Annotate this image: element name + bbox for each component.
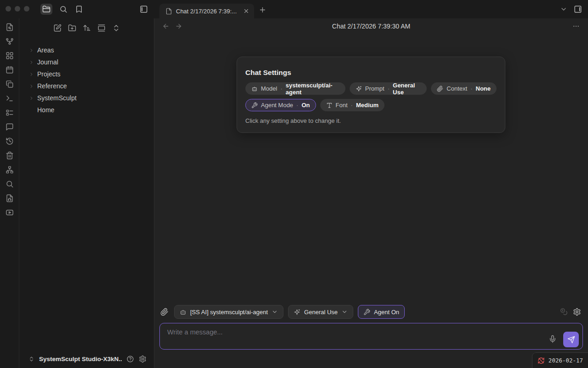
tab-close-button[interactable] <box>243 8 249 14</box>
files-button[interactable] <box>40 4 52 15</box>
model-selector-value: [SS AI] systemsculpt/ai-agent <box>190 309 268 316</box>
model-setting-pill[interactable]: Model · systemsculpt/ai-agent <box>245 82 345 95</box>
tree-file-home[interactable]: Home <box>19 104 154 116</box>
explorer-toolbar <box>19 18 154 38</box>
terminal-icon[interactable] <box>6 94 14 103</box>
chat-settings-card: Chat Settings Model · systemsculpt/ai-ag… <box>237 57 505 133</box>
minimize-window-button[interactable] <box>15 6 20 12</box>
send-icon <box>567 336 575 344</box>
vault-name[interactable]: SystemSculpt Studio-X3kN... <box>39 356 122 362</box>
toggle-left-sidebar-button[interactable] <box>138 4 150 15</box>
tab-list-dropdown-button[interactable] <box>558 4 570 15</box>
tree-folder-projects[interactable]: Projects <box>19 68 154 80</box>
calendar-icon[interactable] <box>6 66 14 74</box>
bookmark-icon <box>75 5 83 13</box>
message-input[interactable] <box>167 328 537 345</box>
chat-settings-button[interactable] <box>573 308 582 316</box>
close-icon <box>243 8 249 14</box>
tree-folder-systemsculpt[interactable]: SystemSculpt <box>19 92 154 104</box>
file-explorer-sidebar: Areas Journal Projects Reference SystemS… <box>19 18 154 368</box>
close-window-button[interactable] <box>6 6 11 12</box>
chevron-down-icon <box>560 6 567 13</box>
plus-icon <box>259 6 266 14</box>
model-selector[interactable]: [SS AI] systemsculpt/ai-agent <box>174 305 283 319</box>
separator-dot: · <box>351 102 353 109</box>
tab-title: Chat 2/17/2026 7:39:... <box>176 8 239 15</box>
hierarchy-icon[interactable] <box>6 166 14 174</box>
context-setting-pill[interactable]: Context · None <box>431 82 497 95</box>
tree-item-label: SystemSculpt <box>37 94 77 102</box>
send-button[interactable] <box>563 332 579 347</box>
new-note-icon[interactable] <box>53 24 62 32</box>
voice-input-button[interactable] <box>548 335 557 343</box>
paperclip-icon <box>437 86 443 92</box>
copy-icon[interactable] <box>6 80 14 88</box>
ribbon-search-icon[interactable] <box>6 180 14 188</box>
nav-forward-button[interactable] <box>173 21 184 32</box>
zoom-window-button[interactable] <box>24 6 29 12</box>
more-options-button[interactable] <box>571 21 582 32</box>
sort-order-icon[interactable] <box>83 24 91 32</box>
gear-icon <box>573 308 581 316</box>
tree-item-label: Home <box>37 106 54 114</box>
prompt-label: Prompt <box>365 85 384 92</box>
model-label: Model <box>261 85 277 92</box>
bookmarks-button[interactable] <box>73 4 85 15</box>
trash-icon[interactable] <box>6 151 14 160</box>
history-icon[interactable] <box>6 137 14 145</box>
tab-chat[interactable]: Chat 2/17/2026 7:39:... <box>159 4 254 18</box>
chat-pane: Chat 2/17/2026 7:39:30 AM Chat Settings … <box>154 18 588 368</box>
audio-file-icon[interactable] <box>6 194 14 202</box>
vault-switch-icon[interactable] <box>28 356 34 362</box>
tree-item-label: Reference <box>37 82 67 90</box>
tree-folder-reference[interactable]: Reference <box>19 80 154 92</box>
prompt-selector[interactable]: General Use <box>288 305 353 319</box>
layout-panes-icon[interactable] <box>97 24 106 32</box>
settings-row-2: Agent Mode · On Font · Medium <box>245 99 497 111</box>
ribbon <box>0 18 19 368</box>
comment-icon[interactable] <box>6 123 14 131</box>
wrench-icon <box>363 309 370 316</box>
window-controls[interactable] <box>6 6 29 12</box>
dashboard-icon[interactable] <box>6 52 14 60</box>
chevron-right-icon <box>29 96 34 101</box>
model-value: systemsculpt/ai-agent <box>286 82 339 96</box>
file-tree: Areas Journal Projects Reference SystemS… <box>19 38 154 116</box>
arrow-left-icon <box>162 23 170 30</box>
toggle-right-sidebar-button[interactable] <box>572 4 584 15</box>
new-tab-button[interactable] <box>257 5 267 15</box>
tree-folder-areas[interactable]: Areas <box>19 44 154 56</box>
font-setting-pill[interactable]: Font · Medium <box>320 99 384 111</box>
help-icon[interactable] <box>126 355 134 363</box>
view-header: Chat 2/17/2026 7:39:30 AM <box>154 18 588 34</box>
nav-back-button[interactable] <box>160 21 171 32</box>
search-button[interactable] <box>57 4 69 15</box>
prompt-setting-pill[interactable]: Prompt · General Use <box>350 82 427 95</box>
expand-collapse-icon[interactable] <box>112 24 120 32</box>
search-icon <box>59 5 68 13</box>
context-label: Context <box>447 85 467 92</box>
tasks-icon[interactable] <box>6 109 14 117</box>
new-folder-icon[interactable] <box>68 24 76 32</box>
chevron-right-icon <box>29 60 34 65</box>
tree-folder-journal[interactable]: Journal <box>19 56 154 68</box>
model-icon <box>251 86 258 92</box>
panel-right-icon <box>574 5 582 13</box>
token-cost-button[interactable] <box>560 308 568 316</box>
coins-icon <box>560 308 568 316</box>
separator-dot: · <box>388 85 390 92</box>
attach-file-button[interactable] <box>159 307 170 317</box>
font-label: Font <box>336 102 348 109</box>
sparkles-icon <box>294 309 300 316</box>
sparkles-icon <box>356 86 362 92</box>
agent-mode-setting-pill[interactable]: Agent Mode · On <box>245 99 316 111</box>
status-date[interactable]: 2026-02-17 <box>548 357 583 364</box>
separator-dot: · <box>280 85 282 92</box>
agent-toggle[interactable]: Agent On <box>358 305 405 319</box>
file-search-icon[interactable] <box>6 23 14 31</box>
sync-disabled-icon[interactable] <box>537 357 545 364</box>
video-icon[interactable] <box>6 208 14 217</box>
graph-icon[interactable] <box>6 37 14 46</box>
arrow-right-icon <box>175 23 182 30</box>
settings-gear-icon[interactable] <box>139 355 147 363</box>
